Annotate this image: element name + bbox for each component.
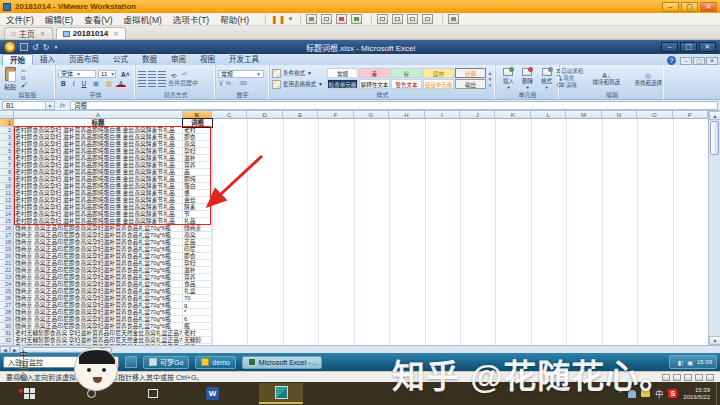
column-header-C[interactable]: C [212, 111, 247, 119]
cell-A28[interactable]: 微商亲 燕窝正品印尼即食燕窝孕妇滋补营养食品礼盒70g*6瓶 [14, 309, 183, 316]
cell-style-差[interactable]: 差 [359, 68, 390, 78]
show-desktop-button[interactable] [716, 382, 720, 405]
cell-style-计算[interactable]: 计算 [455, 68, 486, 78]
row-header-1[interactable]: 1 [0, 119, 14, 127]
close-tab-icon[interactable]: ✕ [40, 30, 46, 38]
ribbon-tab-视图[interactable]: 视图 [193, 54, 222, 65]
cd-device-icon[interactable] [673, 374, 681, 381]
row-header-29[interactable]: 29 [0, 316, 14, 323]
vmware-taskbar-button[interactable] [259, 383, 303, 404]
ribbon-tab-插入[interactable]: 插入 [33, 54, 62, 65]
vm-system-tray[interactable]: ◧ ▣ 15:39 [669, 355, 717, 369]
vertical-scroll-thumb[interactable] [710, 121, 719, 155]
ribbon-tab-数据[interactable]: 数据 [135, 54, 164, 65]
font-size-combo[interactable]: 11▼ [98, 70, 116, 78]
row-header-8[interactable]: 8 [0, 169, 14, 176]
merge-center-button[interactable]: 合并后居中 [168, 80, 198, 87]
excel-restore-button[interactable]: ▢ [680, 42, 697, 52]
row-header-12[interactable]: 12 [0, 197, 14, 204]
cell-style-链接单元格[interactable]: 链接单元格 [423, 79, 454, 89]
cell-B24[interactable]: 食品 [183, 281, 212, 288]
cells-del-button[interactable]: 删除▼ [518, 66, 537, 91]
cell-B18[interactable]: 正品 [183, 239, 212, 246]
row-header-20[interactable]: 20 [0, 253, 14, 260]
ribbon-tab-公式[interactable]: 公式 [106, 54, 135, 65]
row-header-14[interactable]: 14 [0, 211, 14, 218]
cell-A21[interactable]: 微商亲 燕窝正品印尼即食燕窝孕妇滋补营养食品礼盒70g*6瓶 [14, 260, 183, 267]
currency-percent-comma-buttons[interactable]: ￥ % , [218, 80, 234, 87]
select-all-corner[interactable] [0, 111, 14, 119]
cut-button[interactable]: ✂ [21, 68, 27, 75]
cell-style-解释性文本[interactable]: 解释性文本 [359, 79, 390, 89]
cell-A26[interactable]: 微商亲 燕窝正品印尼即食燕窝孕妇滋补营养食品礼盒70g*6瓶 [14, 295, 183, 302]
cell-B20[interactable]: 即食 [183, 253, 212, 260]
column-header-P[interactable]: P [673, 111, 708, 119]
vmware-menu-item[interactable]: 文件(F) [6, 13, 34, 25]
cell-A29[interactable]: 微商亲 燕窝正品印尼即食燕窝孕妇滋补营养食品礼盒70g*6瓶 [14, 316, 183, 323]
usb-device-icon[interactable] [706, 374, 714, 381]
row-header-17[interactable]: 17 [0, 232, 14, 239]
cell-style-常规[interactable]: 常规 [327, 68, 358, 78]
row-header-9[interactable]: 9 [0, 176, 14, 183]
align-top-icon[interactable] [138, 71, 146, 78]
pause-vm-button[interactable]: ❚❚ [271, 15, 286, 24]
undo-icon[interactable]: ↺ [32, 43, 39, 52]
column-header-L[interactable]: L [531, 111, 566, 119]
start-button[interactable] [24, 388, 35, 399]
conditional-formatting-button[interactable]: 条件格式▼ [272, 68, 323, 79]
row-header-10[interactable]: 10 [0, 183, 14, 190]
row-header-30[interactable]: 30 [0, 323, 14, 330]
row-header-21[interactable]: 21 [0, 260, 14, 267]
vmware-menu-item[interactable]: 选项卡(T) [173, 13, 209, 25]
taskbar-clock[interactable]: 15:39 2019/5/22 [683, 387, 710, 401]
cell-A23[interactable]: 微商亲 燕窝正品印尼即食燕窝孕妇滋补营养食品礼盒70g*6瓶 [14, 274, 183, 281]
row-header-4[interactable]: 4 [0, 141, 14, 148]
align-center-icon[interactable] [148, 80, 156, 87]
ribbon-tab-开发工具[interactable]: 开发工具 [222, 54, 266, 65]
ribbon-tab-审阅[interactable]: 审阅 [164, 54, 193, 65]
scroll-left-icon[interactable]: ◀ [0, 346, 10, 353]
row-header-11[interactable]: 11 [0, 190, 14, 197]
align-bottom-icon[interactable] [158, 71, 166, 78]
cell-A30[interactable]: 微商亲 燕窝正品印尼即食燕窝孕妇滋补营养食品礼盒70g*6瓶 [14, 323, 183, 330]
vm-taskbar-button-app[interactable]: 可梦Go [143, 356, 189, 369]
vmware-close-button[interactable]: ✕ [700, 2, 717, 12]
fill-button[interactable]: ⤵填充 [557, 75, 583, 82]
column-header-I[interactable]: I [425, 111, 460, 119]
revert-snapshot-icon[interactable] [336, 14, 347, 24]
cell-style-检查单元格[interactable]: 检查单元格 [327, 79, 358, 89]
column-header-E[interactable]: E [283, 111, 318, 119]
fill-color-button[interactable]: ▨ [103, 79, 115, 87]
vm-taskbar-button-excel[interactable]: Microsoft Excel - .. [242, 356, 323, 369]
format-as-table-button[interactable]: 套用表格格式▼ [272, 79, 323, 90]
console-view-icon[interactable] [392, 14, 403, 24]
cells-fmt-button[interactable]: 格式▼ [537, 66, 556, 91]
formula-input[interactable]: 词根 [70, 101, 718, 110]
bold-button[interactable]: B [58, 79, 69, 87]
cell-B27[interactable]: g [183, 302, 212, 309]
row-header-22[interactable]: 22 [0, 267, 14, 274]
office-button[interactable] [4, 41, 16, 53]
help-icon[interactable]: ? [667, 56, 676, 65]
vmware-restore-button[interactable]: ▢ [681, 2, 698, 12]
column-header-N[interactable]: N [602, 111, 637, 119]
cell-A25[interactable]: 微商亲 燕窝正品印尼即食燕窝孕妇滋补营养食品礼盒70g*6瓶 [14, 288, 183, 295]
font-color-button[interactable]: A [116, 79, 126, 87]
cell-B23[interactable]: 营养 [183, 274, 212, 281]
cell-B19[interactable]: 印尼 [183, 246, 212, 253]
cell-B26[interactable]: 70 [183, 295, 212, 302]
row-header-24[interactable]: 24 [0, 281, 14, 288]
column-header-H[interactable]: H [389, 111, 424, 119]
row-header-19[interactable]: 19 [0, 246, 14, 253]
cell-A19[interactable]: 微商亲 燕窝正品印尼即食燕窝孕妇滋补营养食品礼盒70g*6瓶 [14, 246, 183, 253]
cell-B32[interactable]: 无糖醇 [183, 337, 212, 344]
row-header-28[interactable]: 28 [0, 309, 14, 316]
cell-B31[interactable]: 老村 [183, 330, 212, 337]
cell-A18[interactable]: 微商亲 燕窝正品印尼即食燕窝孕妇滋补营养食品礼盒70g*6瓶 [14, 239, 183, 246]
unity-mode-icon[interactable] [422, 14, 433, 24]
vm-taskbar-button-folder[interactable]: demo [195, 356, 236, 369]
sort-filter-button[interactable]: A↓ 排序和筛选 [587, 66, 625, 91]
cell-style-输出[interactable]: 输出 [455, 79, 486, 89]
vmware-tab-home[interactable]: ⌂主页✕ [4, 27, 53, 39]
cell-style-警告文本[interactable]: 警告文本 [391, 79, 422, 89]
